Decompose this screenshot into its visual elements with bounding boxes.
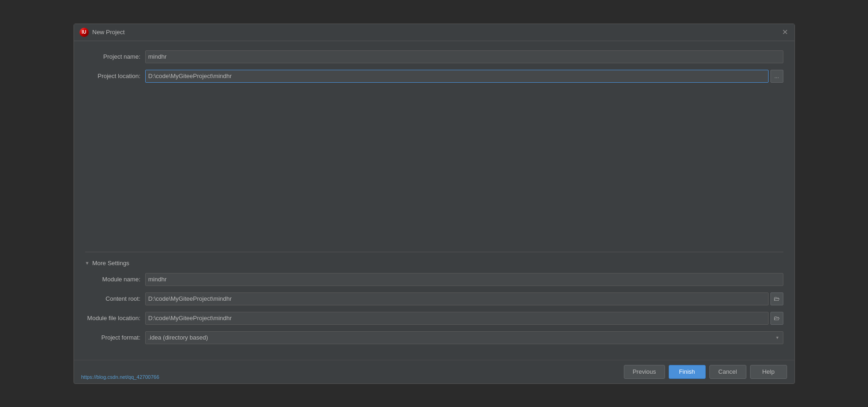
content-root-row: Content root: 🗁 (85, 292, 783, 305)
app-icon: IU (80, 28, 89, 37)
project-format-select-wrap: .idea (directory based) .ipr (file based… (145, 331, 783, 344)
project-format-label: Project format: (85, 334, 145, 341)
title-bar-left: IU New Project (80, 28, 125, 37)
dialog-body: Project name: Project location: ... ▼ Mo… (74, 41, 794, 360)
project-name-input-wrap (145, 50, 783, 63)
finish-button[interactable]: Finish (669, 365, 706, 379)
new-project-dialog: IU New Project ✕ Project name: Project l… (74, 24, 795, 384)
folder-icon-2: 🗁 (774, 315, 780, 322)
project-name-label: Project name: (85, 53, 145, 60)
module-name-input-wrap (145, 273, 783, 286)
project-format-row: Project format: .idea (directory based) … (85, 331, 783, 344)
module-name-label: Module name: (85, 276, 145, 283)
project-name-input[interactable] (145, 50, 783, 63)
close-button[interactable]: ✕ (782, 29, 789, 36)
cancel-button[interactable]: Cancel (709, 365, 746, 379)
content-root-label: Content root: (85, 295, 145, 302)
module-name-input[interactable] (145, 273, 783, 286)
content-root-input[interactable] (145, 292, 769, 305)
more-settings-section: ▼ More Settings Module name: Content roo… (85, 252, 783, 351)
module-file-location-input-wrap: 🗁 (145, 312, 783, 325)
project-location-input[interactable] (145, 70, 769, 83)
content-root-input-wrap: 🗁 (145, 292, 783, 305)
project-location-row: Project location: ... (85, 70, 783, 83)
project-name-row: Project name: (85, 50, 783, 63)
dialog-title: New Project (92, 29, 125, 36)
title-bar: IU New Project ✕ (74, 24, 794, 41)
project-location-browse-button[interactable]: ... (770, 70, 783, 83)
help-button[interactable]: Help (750, 365, 787, 379)
more-settings-chevron-icon: ▼ (85, 261, 90, 266)
project-location-label: Project location: (85, 73, 145, 79)
more-settings-content: Module name: Content root: 🗁 (85, 269, 783, 344)
content-root-browse-button[interactable]: 🗁 (770, 292, 783, 305)
project-location-input-wrap: ... (145, 70, 783, 83)
module-file-location-label: Module file location: (85, 315, 145, 322)
footer-link[interactable]: https://blog.csdn.net/qq_42700766 (81, 374, 160, 380)
more-settings-toggle[interactable]: ▼ More Settings (85, 257, 783, 269)
project-format-select[interactable]: .idea (directory based) .ipr (file based… (145, 331, 783, 344)
previous-button[interactable]: Previous (624, 365, 665, 379)
module-file-location-input[interactable] (145, 312, 769, 325)
module-file-location-row: Module file location: 🗁 (85, 312, 783, 325)
module-name-row: Module name: (85, 273, 783, 286)
folder-icon: 🗁 (774, 295, 780, 302)
project-format-select-container: .idea (directory based) .ipr (file based… (145, 331, 783, 344)
more-settings-label: More Settings (92, 260, 129, 267)
module-file-location-browse-button[interactable]: 🗁 (770, 312, 783, 325)
dialog-footer: https://blog.csdn.net/qq_42700766 Previo… (74, 360, 794, 383)
